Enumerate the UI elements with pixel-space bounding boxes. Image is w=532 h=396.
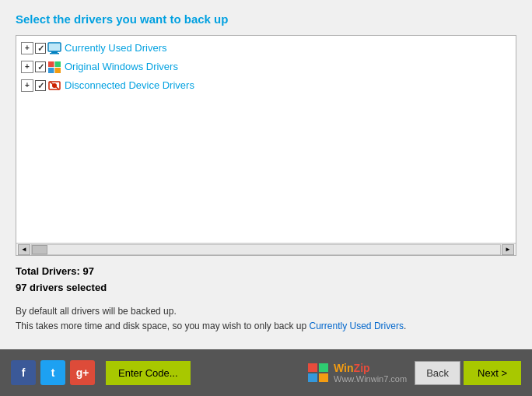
tree-label-disconnected: Disconnected Device Drivers [65, 77, 194, 94]
svg-rect-6 [48, 68, 54, 73]
svg-rect-7 [55, 68, 61, 73]
checkbox-original-windows[interactable] [35, 61, 46, 72]
scroll-track[interactable] [31, 244, 501, 255]
twitter-icon[interactable]: t [40, 360, 65, 385]
google-icon[interactable]: g+ [70, 360, 95, 385]
svg-rect-1 [51, 51, 58, 53]
info-desc-line1: By default all drivers will be backed up… [16, 304, 516, 319]
driver-tree: + Currently Used Drivers + [16, 35, 516, 256]
info-desc-period: . [404, 321, 406, 331]
watermark: WinZip Www.Winwin7.com [307, 362, 407, 384]
expand-currently-used[interactable]: + [21, 42, 33, 54]
info-section: Total Drivers: 97 97 drivers selected By… [16, 256, 516, 340]
main-content: Select the drivers you want to back up +… [0, 0, 532, 349]
tree-item-original-windows: + Original Windows Drivers [16, 58, 516, 76]
monitor-icon [47, 41, 61, 55]
footer: f t g+ Enter Code... WinZip Www.Winwin7.… [0, 349, 532, 396]
svg-rect-14 [319, 373, 328, 382]
tree-item-disconnected: + Disconnected Device Drivers [16, 76, 516, 95]
checkbox-disconnected[interactable] [35, 80, 46, 91]
info-description: By default all drivers will be backed up… [16, 304, 516, 334]
svg-rect-12 [319, 363, 328, 372]
next-button[interactable]: Next > [464, 361, 521, 385]
tree-label-original-windows: Original Windows Drivers [65, 58, 178, 75]
svg-line-10 [50, 82, 59, 89]
checkbox-currently-used[interactable] [35, 43, 46, 54]
svg-rect-11 [308, 363, 317, 372]
watermark-site-name: WinZip [334, 362, 407, 374]
expand-original-windows[interactable]: + [21, 61, 33, 73]
expand-disconnected[interactable]: + [21, 79, 33, 92]
svg-rect-4 [48, 61, 54, 67]
back-button[interactable]: Back [415, 361, 460, 385]
watermark-logo: WinZip Www.Winwin7.com [307, 362, 407, 384]
svg-rect-2 [50, 53, 59, 54]
selected-drivers-label: 97 drivers selected [16, 280, 516, 296]
page-title: Select the drivers you want to back up [16, 12, 516, 26]
total-drivers-label: Total Drivers: 97 [16, 264, 516, 280]
nav-buttons: Back Next > [415, 361, 521, 385]
watermark-url: Www.Winwin7.com [334, 374, 407, 384]
facebook-icon[interactable]: f [11, 360, 36, 385]
footer-right: WinZip Www.Winwin7.com Back Next > [307, 361, 521, 385]
tree-content: + Currently Used Drivers + [16, 36, 516, 243]
enter-code-button[interactable]: Enter Code... [106, 361, 191, 385]
info-desc-line2-text: This takes more time and disk space, so … [16, 321, 310, 331]
scroll-left-arrow[interactable]: ◄ [18, 244, 30, 255]
scroll-right-arrow[interactable]: ► [502, 244, 514, 255]
currently-used-drivers-link[interactable]: Currently Used Drivers [310, 321, 404, 331]
horizontal-scrollbar: ◄ ► [16, 243, 516, 255]
device-icon [47, 79, 61, 93]
social-icons: f t g+ [11, 360, 95, 385]
svg-rect-3 [49, 44, 60, 51]
windows-logo-icon [307, 362, 329, 384]
info-desc-line2: This takes more time and disk space, so … [16, 319, 516, 334]
svg-rect-13 [308, 373, 317, 382]
tree-item-currently-used: + Currently Used Drivers [16, 39, 516, 58]
svg-rect-5 [55, 61, 61, 67]
windows-icon [47, 60, 61, 74]
scroll-thumb[interactable] [32, 245, 47, 254]
tree-label-currently-used: Currently Used Drivers [65, 40, 166, 57]
